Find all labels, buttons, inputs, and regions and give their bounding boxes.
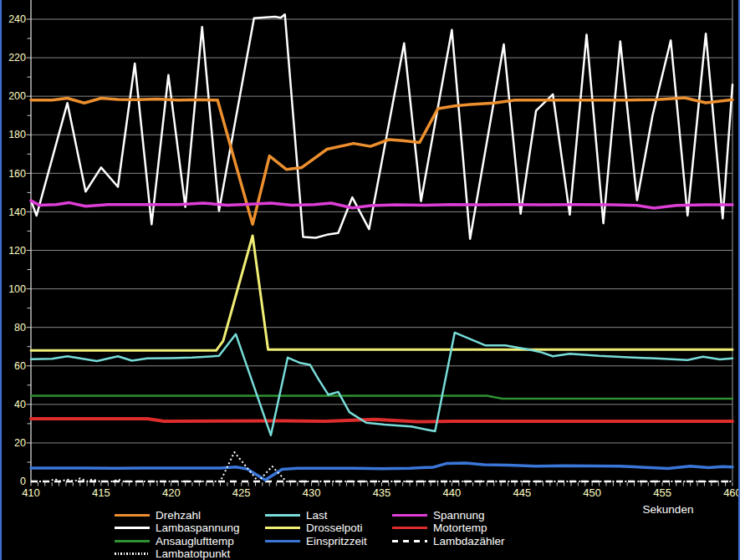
series-line-motortemp bbox=[31, 419, 732, 422]
x-axis-label: 415 bbox=[92, 486, 110, 499]
legend-item-einspritzzeit: Einspritzzeit bbox=[265, 535, 367, 547]
legend-item-drosselpoti: Drosselpoti bbox=[265, 522, 367, 534]
y-axis-label: 180 bbox=[8, 129, 26, 140]
y-axis-label: 100 bbox=[8, 283, 26, 295]
legend-item-spannung: Spannung bbox=[392, 509, 505, 522]
legend-swatch-spannung bbox=[392, 514, 427, 517]
y-axis-label: 80 bbox=[14, 322, 26, 333]
legend-item-drehzahl: Drehzahl bbox=[115, 509, 240, 522]
series-line-einspritzzeit bbox=[31, 463, 732, 480]
y-axis-label: 240 bbox=[8, 13, 26, 25]
legend-swatch-lambdazaehler bbox=[392, 540, 427, 542]
legend-swatch-ansauglufttemp bbox=[115, 540, 150, 542]
x-axis-label: 420 bbox=[162, 486, 181, 499]
legend-item-lambatotpunkt: Lambatotpunkt bbox=[115, 547, 240, 560]
legend-swatch-lambatotpunkt bbox=[115, 552, 150, 555]
chart-legend: Drehzahl Lambaspannung Ansauglufttemp La… bbox=[115, 509, 549, 559]
legend-label-einspritzzeit: Einspritzzeit bbox=[306, 535, 367, 547]
x-axis-label: 455 bbox=[653, 486, 671, 499]
x-axis-label: 425 bbox=[232, 486, 251, 499]
legend-label-drosselpoti: Drosselpoti bbox=[306, 522, 363, 534]
legend-item-last: Last bbox=[265, 509, 367, 522]
legend-item-motortemp: Motortemp bbox=[392, 522, 505, 534]
y-axis-label: 200 bbox=[8, 90, 26, 102]
diagnostic-chart-window: 0204060801001201401601802002202404104154… bbox=[0, 0, 740, 560]
legend-label-ansauglufttemp: Ansauglufttemp bbox=[156, 535, 234, 547]
y-axis-label: 120 bbox=[8, 245, 26, 257]
legend-swatch-last bbox=[265, 514, 300, 517]
legend-item-lambaspannung: Lambaspannung bbox=[115, 522, 240, 534]
x-axis-label: 435 bbox=[373, 486, 391, 499]
y-axis-label: 20 bbox=[14, 437, 26, 449]
legend-column-3: Spannung Motortemp Lambdazähler bbox=[392, 509, 505, 547]
legend-label-drehzahl: Drehzahl bbox=[156, 509, 201, 522]
chart-canvas: 0204060801001201401601802002202404104154… bbox=[2, 0, 740, 560]
legend-item-lambdazaehler: Lambdazähler bbox=[392, 535, 505, 547]
legend-column-2: Last Drosselpoti Einspritzzeit bbox=[265, 509, 367, 547]
series-line-ansauglufttemp bbox=[31, 396, 732, 399]
legend-label-last: Last bbox=[306, 509, 328, 522]
x-axis-label: 410 bbox=[22, 486, 40, 499]
legend-label-spannung: Spannung bbox=[433, 509, 485, 522]
legend-label-lambdazaehler: Lambdazähler bbox=[433, 535, 505, 547]
x-axis-label: 460 bbox=[723, 486, 740, 499]
y-axis-label: 40 bbox=[14, 399, 26, 410]
legend-label-lambatotpunkt: Lambatotpunkt bbox=[156, 547, 230, 560]
x-axis-unit-label: Sekunden bbox=[640, 503, 697, 516]
y-axis-label: 220 bbox=[8, 52, 26, 64]
legend-item-ansauglufttemp: Ansauglufttemp bbox=[115, 535, 240, 547]
legend-label-lambaspannung: Lambaspannung bbox=[156, 522, 240, 534]
series-line-drosselpoti bbox=[31, 236, 732, 350]
y-axis-label: 140 bbox=[8, 206, 26, 218]
x-axis-label: 430 bbox=[303, 486, 321, 499]
y-axis-label: 160 bbox=[8, 168, 26, 180]
y-axis-label: 60 bbox=[14, 360, 26, 372]
series-line-spannung bbox=[31, 201, 732, 208]
legend-column-1: Drehzahl Lambaspannung Ansauglufttemp La… bbox=[115, 509, 240, 560]
x-axis-label: 450 bbox=[583, 486, 601, 499]
x-axis-label: 445 bbox=[513, 486, 531, 499]
legend-label-motortemp: Motortemp bbox=[433, 522, 487, 534]
legend-swatch-motortemp bbox=[392, 527, 427, 529]
x-axis-label: 440 bbox=[443, 486, 462, 499]
legend-swatch-einspritzzeit bbox=[265, 540, 300, 542]
legend-swatch-drosselpoti bbox=[265, 527, 300, 529]
legend-swatch-lambaspannung bbox=[115, 527, 150, 529]
legend-swatch-drehzahl bbox=[115, 514, 150, 517]
